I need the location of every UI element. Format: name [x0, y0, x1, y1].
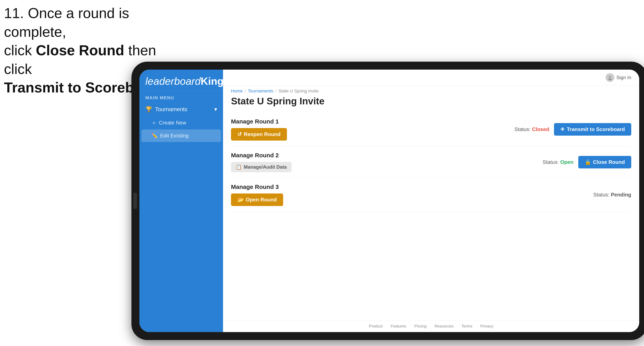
sidebar-create-new[interactable]: ＋ Create New — [140, 116, 223, 130]
plus-icon: ＋ — [151, 119, 156, 126]
transmit-scoreboard-label: Transmit to Scoreboard — [567, 126, 625, 133]
audit-icon: 📋 — [236, 164, 242, 170]
sign-in-button[interactable]: Sign In — [606, 73, 631, 82]
footer-product[interactable]: Product — [369, 324, 383, 329]
footer-pricing[interactable]: Pricing — [414, 324, 426, 329]
main-menu-label: MAIN MENU — [140, 90, 223, 102]
open-round-label: Open Round — [246, 197, 277, 203]
logo-king: King — [201, 75, 224, 87]
round-3-buttons: 📂 Open Round — [231, 193, 283, 206]
round-2-card: Manage Round 2 📋 Manage/Audit Data Statu… — [231, 146, 631, 178]
breadcrumb-sep2: / — [275, 88, 276, 94]
manage-audit-button[interactable]: 📋 Manage/Audit Data — [231, 162, 292, 172]
reopen-round-label: Reopen Round — [244, 131, 280, 137]
close-round-label: Close Round — [593, 159, 625, 165]
sidebar: leaderboardKing MAIN MENU 🏆 Tournaments … — [140, 70, 223, 332]
round-2-left: Manage Round 2 📋 Manage/Audit Data — [231, 152, 292, 172]
page-title: State U Spring Invite — [223, 94, 639, 111]
round-1-status-value: Closed — [532, 126, 549, 132]
round-2-right: Status: Open 🔒 Close Round — [543, 156, 631, 169]
svg-point-2 — [609, 76, 611, 78]
send-icon: ✈ — [560, 126, 565, 133]
instruction-bold1: Close Round — [36, 42, 124, 58]
footer-privacy[interactable]: Privacy — [480, 324, 494, 329]
footer-resources[interactable]: Resources — [434, 324, 454, 329]
round-1-left: Manage Round 1 ↺ Reopen Round — [231, 118, 287, 141]
instruction-line1: 11. Once a round is complete, — [4, 5, 129, 40]
content-body: Manage Round 1 ↺ Reopen Round Status: Cl… — [223, 111, 639, 320]
sidebar-edit-existing[interactable]: ✏️ Edit Existing — [142, 130, 221, 142]
logo: leaderboardKing — [145, 76, 217, 86]
sign-in-label: Sign In — [616, 75, 631, 80]
round-3-right: Status: Pending — [593, 192, 631, 198]
edit-icon: ✏️ — [151, 133, 158, 139]
transmit-scoreboard-button[interactable]: ✈ Transmit to Scoreboard — [554, 123, 631, 136]
round-2-buttons: 📋 Manage/Audit Data — [231, 162, 292, 172]
tournaments-label: Tournaments — [155, 106, 188, 113]
round-1-title: Manage Round 1 — [231, 118, 287, 125]
reopen-round-button[interactable]: ↺ Reopen Round — [231, 128, 287, 141]
lock-icon: 🔒 — [585, 159, 591, 165]
round-2-status: Status: Open — [543, 159, 574, 165]
round-2-title: Manage Round 2 — [231, 152, 292, 159]
round-1-buttons: ↺ Reopen Round — [231, 128, 287, 141]
round-1-right: Status: Closed ✈ Transmit to Scoreboard — [514, 123, 631, 136]
main-content: Sign In Home / Tournaments / State U Spr… — [223, 70, 639, 332]
logo-leaderboard: leaderboard — [145, 75, 201, 87]
round-3-status-value: Pending — [611, 192, 631, 198]
instruction-line2: click — [4, 42, 36, 58]
breadcrumb-sep1: / — [245, 88, 246, 94]
tablet-device: leaderboardKing MAIN MENU 🏆 Tournaments … — [132, 62, 644, 340]
top-bar: Sign In — [223, 70, 639, 86]
breadcrumb: Home / Tournaments / State U Spring Invi… — [223, 86, 639, 94]
svg-point-3 — [608, 78, 612, 80]
close-round-button[interactable]: 🔒 Close Round — [578, 156, 631, 169]
refresh-icon: ↺ — [237, 131, 242, 137]
round-1-card: Manage Round 1 ↺ Reopen Round Status: Cl… — [231, 113, 631, 146]
round-1-status: Status: Closed — [514, 126, 549, 133]
breadcrumb-tournaments[interactable]: Tournaments — [248, 88, 273, 94]
round-3-card: Manage Round 3 📂 Open Round Status: Pend… — [231, 178, 631, 212]
trophy-icon: 🏆 — [145, 106, 152, 113]
create-new-label: Create New — [159, 120, 186, 126]
round-3-left: Manage Round 3 📂 Open Round — [231, 183, 283, 206]
chevron-down-icon: ▾ — [214, 106, 217, 113]
sidebar-item-tournaments[interactable]: 🏆 Tournaments ▾ — [140, 102, 223, 116]
open-round-button[interactable]: 📂 Open Round — [231, 193, 283, 206]
round-3-title: Manage Round 3 — [231, 183, 283, 190]
round-3-status: Status: Pending — [593, 192, 631, 198]
breadcrumb-current: State U Spring Invite — [278, 88, 318, 94]
footer-terms[interactable]: Terms — [462, 324, 472, 329]
footer: Product Features Pricing Resources Terms… — [223, 320, 639, 332]
logo-area: leaderboardKing — [140, 70, 223, 90]
round-2-status-value: Open — [560, 159, 573, 165]
breadcrumb-home[interactable]: Home — [231, 88, 243, 94]
avatar — [606, 73, 614, 82]
edit-existing-label: Edit Existing — [160, 133, 188, 139]
tablet-side-button — [134, 193, 137, 209]
open-icon: 📂 — [237, 197, 244, 203]
manage-audit-label: Manage/Audit Data — [244, 164, 287, 170]
tablet-screen: leaderboardKing MAIN MENU 🏆 Tournaments … — [140, 70, 639, 332]
footer-features[interactable]: Features — [391, 324, 406, 329]
